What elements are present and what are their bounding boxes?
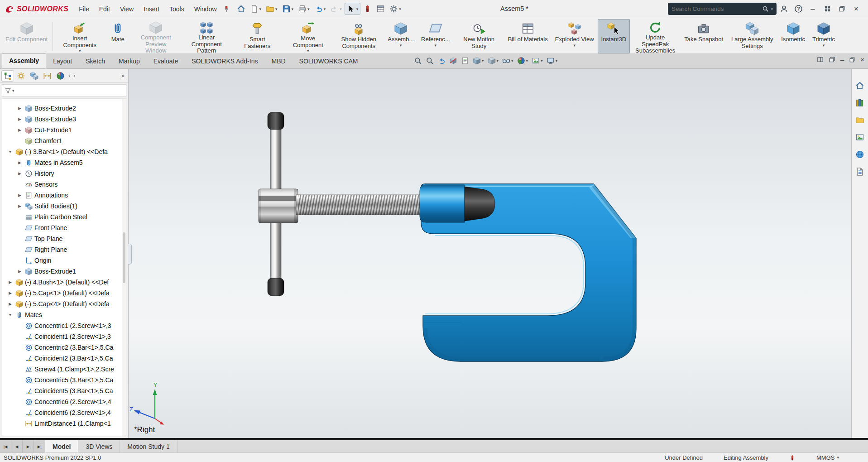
expand-arrow-icon[interactable]: ▼ <box>7 149 14 154</box>
document-tab-motion-study-1[interactable]: Motion Study 1 <box>120 440 177 452</box>
solidworks-xpress-button[interactable] <box>361 3 374 14</box>
tree-item-origin[interactable]: Origin <box>2 255 126 266</box>
caret-down-icon[interactable]: ▾ <box>79 48 81 53</box>
ribbon-instant3d-button[interactable]: Instant3D <box>598 19 630 53</box>
hide-show-items-button[interactable]: ▾ <box>501 55 515 66</box>
design-evaluate-button[interactable] <box>374 3 387 14</box>
tree-item-screw4-1-clamp-1-2-scre[interactable]: Screw4 (1.Clamp<1>,2.Scre <box>2 364 126 375</box>
caret-down-icon[interactable]: ▾ <box>823 43 825 48</box>
tree-item-5-cap-1-default-defa[interactable]: ▶(-) 5.Cap<1> (Default) <<Defa <box>2 288 126 298</box>
ribbon-mate-button[interactable]: Mate <box>105 19 130 53</box>
tree-item-coincident1-2-screw-1-3[interactable]: Coincident1 (2.Screw<1>,3 <box>2 331 126 342</box>
command-tab-evaluate[interactable]: Evaluate <box>147 54 185 68</box>
home-button[interactable] <box>235 3 247 14</box>
ribbon-trimetric-button[interactable]: Trimetric▾ <box>809 19 839 53</box>
menu-tools[interactable]: Tools <box>164 3 189 15</box>
tree-item-5-cap-4-default-defa[interactable]: ▶(-) 5.Cap<4> (Default) <<Defa <box>2 298 126 309</box>
tree-scrollbar-thumb[interactable] <box>123 232 125 283</box>
tree-item-boss-extrude1[interactable]: ▶Boss-Extrude1 <box>2 266 126 277</box>
screw-collar[interactable] <box>259 189 298 223</box>
ribbon-bill-of-materials-button[interactable]: Bill of Materials <box>504 19 551 53</box>
file-explorer-button[interactable] <box>854 114 866 126</box>
tree-item-annotations[interactable]: ▶Annotations <box>2 190 126 201</box>
ribbon-edit-component-button[interactable]: Edit Component <box>2 19 51 53</box>
print-button[interactable]: ▾ <box>296 3 312 14</box>
expand-arrow-icon[interactable]: ▶ <box>7 280 14 284</box>
undo-button[interactable]: ▾ <box>312 3 328 14</box>
ribbon-large-assembly-settings-button[interactable]: Large Assembly Settings <box>727 19 777 53</box>
menu-file[interactable]: File <box>74 3 94 15</box>
ribbon-show-hidden-components-button[interactable]: Show Hidden Components <box>333 19 384 53</box>
tree-item-plain-carbon-steel[interactable]: Plain Carbon Steel <box>2 212 126 222</box>
ribbon-new-motion-study-button[interactable]: New Motion Study <box>454 19 504 53</box>
search-input[interactable] <box>671 5 760 12</box>
expand-arrow-icon[interactable]: ▶ <box>16 128 23 132</box>
menu-window[interactable]: Window <box>189 3 222 15</box>
dimxpertmanager-tab[interactable] <box>41 70 53 82</box>
zoom-to-fit-button[interactable] <box>412 55 423 66</box>
command-tab-solidworks-add-ins[interactable]: SOLIDWORKS Add-Ins <box>185 54 264 68</box>
expand-arrow-icon[interactable]: ▶ <box>16 269 23 274</box>
displaymanager-tab[interactable] <box>54 70 67 82</box>
zoom-to-area-button[interactable] <box>424 55 435 66</box>
tab-nav-previous-button[interactable]: ◀ <box>11 440 23 452</box>
expand-arrow-icon[interactable]: ▶ <box>7 291 14 295</box>
clamp-screw-boss[interactable] <box>420 185 465 222</box>
filter-funnel-icon[interactable] <box>5 87 11 94</box>
fm-tabs-scroll-right[interactable]: › <box>72 72 77 79</box>
ribbon-move-component-button[interactable]: Move Component▾ <box>283 19 333 53</box>
caret-down-icon[interactable]: ▾ <box>400 43 402 48</box>
tree-item-limitdistance1-1-clamp-1[interactable]: LimitDistance1 (1.Clamp<1 <box>2 418 126 429</box>
redo-button[interactable]: ▾ <box>328 3 344 14</box>
new-pane-icon[interactable] <box>829 56 835 63</box>
tree-item-front-plane[interactable]: Front Plane <box>2 222 126 233</box>
close-button[interactable]: × <box>849 2 863 16</box>
tree-filter-bar[interactable]: ▾ <box>2 84 126 97</box>
expand-arrow-icon[interactable]: ▶ <box>16 106 23 111</box>
restore-document-icon[interactable] <box>849 57 855 63</box>
propertymanager-tab[interactable] <box>14 70 27 82</box>
expand-arrow-icon[interactable]: ▶ <box>16 117 23 121</box>
tree-item-right-plane[interactable]: Right Plane <box>2 244 126 255</box>
caret-down-icon[interactable]: ▾ <box>12 88 14 93</box>
expand-arrow-icon[interactable]: ▶ <box>7 302 14 306</box>
view-settings-button[interactable]: ▾ <box>545 55 559 66</box>
tab-nav-next-button[interactable]: ▶ <box>23 440 34 452</box>
caret-down-icon[interactable]: ▾ <box>573 43 575 48</box>
command-search[interactable]: ▾ <box>668 3 777 15</box>
tree-item-boss-extrude2[interactable]: ▶Boss-Extrude2 <box>2 103 126 114</box>
previous-view-button[interactable] <box>436 55 447 66</box>
tree-item-top-plane[interactable]: Top Plane <box>2 233 126 244</box>
ribbon-linear-component-pattern-button[interactable]: Linear Component Pattern▾ <box>181 19 232 53</box>
custom-properties-button[interactable] <box>854 166 866 178</box>
ribbon-isometric-button[interactable]: Isometric <box>777 19 809 53</box>
minimize-button[interactable]: – <box>806 2 820 16</box>
command-tab-layout[interactable]: Layout <box>46 54 79 68</box>
expand-arrow-icon[interactable]: ▶ <box>16 204 23 208</box>
ribbon-exploded-view-button[interactable]: Exploded View▾ <box>551 19 598 53</box>
tree-item-history[interactable]: ▶History <box>2 168 126 179</box>
menu-view[interactable]: View <box>115 3 139 15</box>
ribbon-take-snapshot-button[interactable]: Take Snapshot <box>681 19 727 53</box>
ribbon-component-preview-window-button[interactable]: Component Preview Window <box>130 19 181 53</box>
ribbon-insert-components-button[interactable]: Insert Components▾ <box>54 19 105 53</box>
dynamic-annotation-views-button[interactable] <box>460 55 470 66</box>
viewport-background[interactable] <box>129 69 851 438</box>
ribbon-assemb-button[interactable]: Assemb...▾ <box>384 19 417 53</box>
configurationmanager-tab[interactable] <box>28 70 40 82</box>
caret-down-icon[interactable]: ▾ <box>771 7 773 11</box>
command-tab-sketch[interactable]: Sketch <box>79 54 112 68</box>
command-tab-assembly[interactable]: Assembly <box>2 53 46 68</box>
tree-item-mates-in-assem5[interactable]: ▶Mates in Assem5 <box>2 157 126 168</box>
fm-tabs-expand[interactable]: » <box>119 72 127 79</box>
unit-system-selector[interactable]: MMGS ▾ <box>816 454 839 461</box>
tree-item-coincident5-3-bar-1-5-ca[interactable]: Coincident5 (3.Bar<1>,5.Ca <box>2 385 126 396</box>
tree-item-coincident6-2-screw-1-4[interactable]: Coincident6 (2.Screw<1>,4 <box>2 407 126 418</box>
minimize-document-button[interactable]: – <box>840 56 844 63</box>
search-icon[interactable] <box>762 5 769 12</box>
restore-button[interactable] <box>834 2 849 16</box>
select-button[interactable]: ▾ <box>345 3 361 15</box>
command-tab-solidworks-cam[interactable]: SOLIDWORKS CAM <box>293 54 365 68</box>
tab-nav-last-button[interactable]: ▶| <box>34 440 45 452</box>
home-button[interactable] <box>854 80 866 91</box>
